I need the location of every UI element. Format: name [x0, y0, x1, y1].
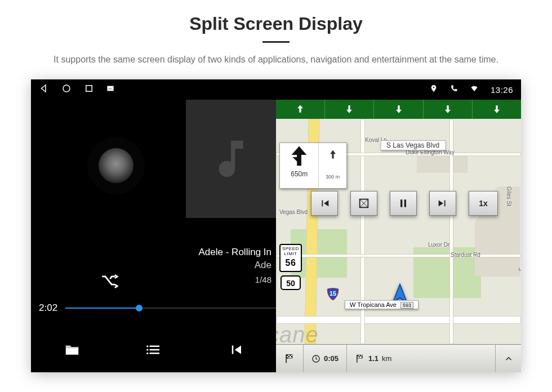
phone-icon	[450, 84, 458, 95]
svg-point-4	[146, 345, 148, 347]
title-underline	[262, 41, 290, 43]
page-description: It supports the same screen display of t…	[34, 53, 518, 66]
clock-icon	[311, 354, 320, 363]
interstate-shield: 15	[326, 287, 340, 304]
back-icon[interactable]	[39, 83, 49, 96]
destination-label: S Las Vegas Blvd	[380, 140, 446, 150]
turn-distance: 650m	[291, 170, 308, 178]
statusbar-clock: 13:26	[491, 85, 513, 95]
label-giles: Giles St	[506, 186, 512, 206]
map-start-button[interactable]	[350, 191, 377, 216]
trip-distance-value: 1.1	[368, 354, 379, 363]
track-index: 1/48	[199, 274, 271, 286]
picture-icon	[106, 84, 114, 95]
music-note-icon	[207, 135, 255, 183]
jog-dial-button[interactable]	[99, 148, 133, 183]
home-icon[interactable]	[61, 83, 72, 96]
wifi-icon	[470, 84, 478, 95]
seek-track[interactable]	[65, 308, 276, 309]
svg-rect-8	[400, 200, 402, 207]
current-street-pill: W Tropicana Ave 593	[345, 300, 419, 309]
svg-point-0	[63, 85, 70, 92]
trip-flag	[276, 345, 303, 372]
trip-info-bar: 0:05 1.1 km	[276, 344, 521, 372]
current-street-name: W Tropicana Ave	[350, 301, 397, 308]
map-next-button[interactable]	[429, 191, 456, 216]
svg-point-3	[433, 87, 434, 88]
track-title: Adele - Rolling In	[199, 246, 271, 259]
music-bottom-bar	[31, 327, 276, 372]
lane-5	[472, 100, 521, 119]
road-tropicana	[276, 316, 521, 324]
lane-1	[276, 100, 324, 119]
label-stardust: Stardust Rd	[451, 252, 480, 258]
map-control-row: 1x	[311, 191, 498, 216]
svg-rect-9	[404, 200, 406, 207]
elapsed-time: 2:02	[39, 302, 57, 314]
lane-2	[324, 100, 373, 119]
map-pause-button[interactable]	[390, 191, 417, 216]
speed-limit-value: 56	[281, 258, 301, 268]
current-street-badge: 593	[400, 302, 413, 309]
turn-left-icon	[286, 143, 312, 169]
trip-time: 0:05	[303, 345, 346, 372]
speed-limit-mid: LIMIT	[284, 251, 297, 256]
seek-thumb[interactable]	[136, 305, 143, 311]
device-frame: 13:26 Adele - Rolling In Ade 1/48	[31, 79, 521, 372]
trip-time-value: 0:05	[324, 354, 339, 363]
seek-bar[interactable]: 2:02	[39, 302, 276, 314]
browse-button[interactable]	[31, 327, 113, 372]
road-reno	[276, 254, 521, 257]
trip-distance: 1.1 km	[346, 345, 399, 372]
map-canvas[interactable]: Koval Ln Duke Ellington Way Giles St E R…	[276, 119, 521, 344]
svg-point-5	[146, 349, 148, 351]
shuffle-button[interactable]	[100, 271, 119, 290]
turn-instruction-card: 650m 300 m	[279, 142, 347, 189]
android-statusbar: 13:26	[31, 79, 521, 100]
trip-distance-unit: km	[382, 354, 391, 363]
label-reno: E Reno Ave	[518, 257, 521, 271]
map-prev-button[interactable]	[311, 191, 338, 216]
svg-text:15: 15	[330, 290, 336, 297]
svg-rect-1	[86, 86, 92, 92]
track-metadata: Adele - Rolling In Ade 1/48	[199, 246, 271, 286]
previous-button[interactable]	[194, 327, 276, 372]
album-art-placeholder	[186, 100, 276, 218]
seek-fill	[65, 308, 139, 309]
label-vegas-blvd: Vegas Blvd	[279, 209, 308, 215]
turn-mini-distance: 300 m	[319, 166, 346, 188]
label-luxor: Luxor Dr	[428, 242, 449, 248]
speed-limit-sign: SPEED LIMIT 56	[279, 244, 302, 272]
recent-apps-icon[interactable]	[84, 83, 94, 96]
navigation-pane: Koval Ln Duke Ellington Way Giles St E R…	[276, 100, 521, 372]
route-shield-text: 50	[286, 279, 295, 288]
lane-3	[373, 100, 422, 119]
playlist-button[interactable]	[113, 327, 194, 372]
location-icon	[430, 84, 438, 95]
lane-guidance-bar	[276, 100, 521, 119]
destination-flag-icon	[284, 353, 295, 364]
chevron-up-icon	[504, 354, 514, 364]
route-shield: 50	[281, 275, 301, 292]
tripbar-expand-button[interactable]	[495, 345, 521, 372]
page-title: Split Screen Display	[0, 14, 552, 34]
music-pane: Adele - Rolling In Ade 1/48 2:02	[31, 100, 276, 372]
svg-rect-2	[108, 86, 114, 91]
lane-4	[423, 100, 472, 119]
track-artist: Ade	[199, 259, 271, 272]
turn-right-mini-icon	[327, 149, 339, 160]
svg-point-6	[146, 353, 148, 354]
distance-flag-icon	[355, 354, 365, 364]
playback-speed-button[interactable]: 1x	[469, 191, 498, 216]
speed-limit-top: SPEED	[282, 246, 299, 251]
